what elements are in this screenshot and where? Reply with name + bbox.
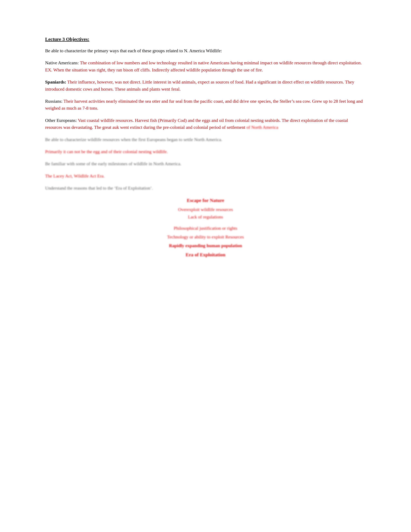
other-europeans-trailing-blurred: of North America	[246, 125, 278, 130]
centered-item-2: Overexploit wildlife resources	[45, 206, 366, 213]
russians-label: Russians:	[45, 99, 62, 104]
blurred-paragraph-3: Be familiar with some of the early miles…	[45, 160, 366, 167]
other-europeans-label: Other Europeans:	[45, 118, 77, 123]
spaniards-label: Spaniards:	[45, 79, 66, 85]
centered-item-6: Rapidly expanding human population	[45, 242, 366, 249]
other-europeans-paragraph: Other Europeans: Vast coastal wildlife r…	[45, 117, 366, 131]
spaniards-content: Their influence, however, was not direct…	[45, 79, 354, 91]
russians-paragraph: Russians: Their harvest activities nearl…	[45, 98, 366, 112]
native-americans-paragraph: Native Americans: The combination of low…	[45, 59, 366, 73]
blurred-paragraph-1: Be able to characterize wildlife resourc…	[45, 136, 366, 143]
blurred-paragraph-5: Understand the reasons that led to the ‘…	[45, 185, 366, 191]
spaniards-paragraph: Spaniards: Their influence, however, was…	[45, 78, 366, 93]
russians-content: Their harvest activities nearly eliminat…	[45, 99, 363, 111]
centered-item-4: Philosophical justification or rights	[45, 225, 366, 232]
other-europeans-content: Vast coastal wildlife resources. Harvest…	[45, 118, 348, 130]
section-title: Lecture 3 Objectives:	[45, 36, 366, 43]
centered-item-3: Lack of regulations	[45, 214, 366, 220]
native-americans-label: Native Americans:	[45, 60, 79, 65]
blurred-paragraph-2: Primarily it can not be the egg and of t…	[45, 148, 366, 155]
centered-item-7: Era of Exploitation	[45, 251, 366, 258]
centered-item-5: Technology or ability to exploit Resourc…	[45, 234, 366, 240]
document-container: Lecture 3 Objectives: Be able to charact…	[45, 36, 366, 258]
intro-paragraph: Be able to characterize the primary ways…	[45, 47, 366, 54]
blurred-paragraph-4: The Lacey Act, Wildlife Act Era.	[45, 172, 366, 180]
centered-item-1: Escape for Nature	[45, 197, 366, 204]
centered-blurred-block: Escape for Nature Overexploit wildlife r…	[45, 197, 366, 258]
native-americans-content: The combination of low numbers and low t…	[45, 60, 362, 72]
